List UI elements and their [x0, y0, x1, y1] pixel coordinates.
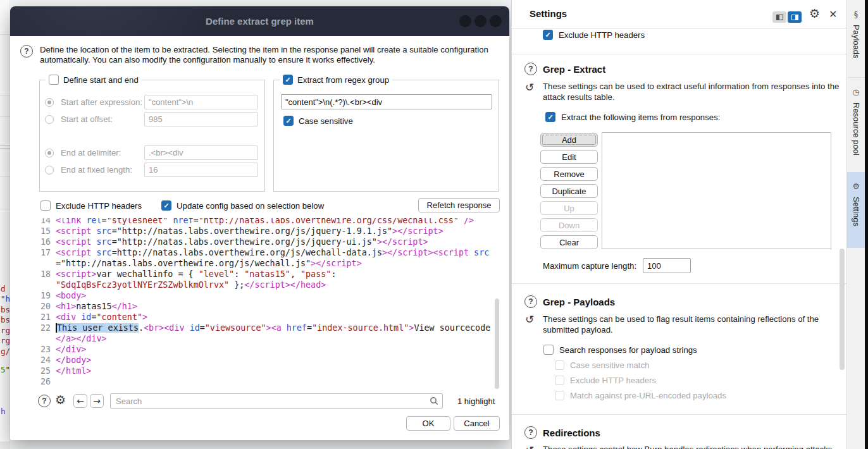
window-button[interactable]	[474, 15, 487, 27]
start-end-row: Start at offset:	[40, 112, 264, 126]
grep-extract-title: Grep - Extract	[543, 64, 605, 75]
grep-extract-buttons: AddEditRemoveDuplicateUpDownClear	[540, 133, 598, 249]
help-icon[interactable]: ?	[524, 63, 537, 75]
code-line: 16<script src="http://natas.labs.overthe…	[39, 237, 500, 247]
search-payload-strings-checkbox[interactable]	[543, 345, 554, 355]
code-line: 14<link rel="stylesheet" href="http://na…	[39, 218, 500, 226]
start-end-row-label: Start at offset:	[61, 114, 113, 124]
define-start-end-checkbox[interactable]	[49, 75, 59, 85]
dialog-title: Define extract grep item	[206, 16, 314, 27]
code-line: 21<div id="content">	[39, 312, 500, 323]
settings-exclude-http-checkbox[interactable]	[543, 30, 553, 40]
case-sensitive-checkbox[interactable]	[283, 116, 294, 126]
response-editor[interactable]: 14<link rel="stylesheet" href="http://na…	[39, 218, 500, 390]
code-scrollbar-thumb[interactable]	[495, 298, 499, 389]
side-tab-payloads[interactable]: §Payloads	[847, 0, 865, 77]
background-row-divider	[0, 145, 10, 146]
checkbox[interactable]	[555, 391, 564, 400]
code-line: ="http://natas.labs.overthewire.org/js/w…	[39, 258, 500, 269]
case-sensitive-label: Case sensitive	[299, 116, 353, 126]
side-tab-resource-pool[interactable]: ◷Resource pool	[847, 77, 865, 172]
max-capture-label: Maximum capture length:	[543, 261, 636, 271]
background-row-divider	[0, 34, 10, 35]
regex-input[interactable]	[281, 94, 492, 109]
help-icon[interactable]: ?	[524, 426, 537, 439]
checkbox[interactable]	[555, 360, 564, 370]
previous-match-button[interactable]: ←	[73, 394, 87, 408]
gear-icon: ⚙	[852, 181, 860, 191]
exclude-http-headers-label: Exclude HTTP headers	[56, 201, 142, 211]
dock-right-toggle[interactable]	[788, 11, 802, 23]
code-line: 17<script src=http://natas.labs.overthew…	[39, 247, 500, 258]
code-scrollbar[interactable]	[495, 218, 499, 390]
search-input[interactable]	[110, 393, 443, 409]
background-text-fragment: rg	[1, 336, 10, 345]
code-line: 23</div>	[39, 344, 500, 355]
background-window	[0, 0, 10, 449]
settings-exclude-http-label: Exclude HTTP headers	[559, 30, 645, 40]
editor-search-bar: ? ⚙ ← → 1 highlight	[10, 393, 509, 410]
gear-icon[interactable]: ⚙	[55, 393, 66, 407]
background-text-fragment: h	[1, 407, 6, 416]
radio-button[interactable]	[45, 149, 54, 157]
help-icon[interactable]: ?	[38, 395, 51, 407]
next-match-button[interactable]: →	[90, 394, 104, 408]
close-icon[interactable]: ✕	[829, 8, 837, 20]
restore-defaults-icon[interactable]: ↺	[525, 314, 534, 325]
up-button[interactable]: Up	[540, 201, 598, 215]
radio-button[interactable]	[45, 98, 54, 107]
checkbox[interactable]	[555, 376, 564, 385]
side-tab-settings[interactable]: ⚙Settings	[847, 172, 865, 248]
help-icon[interactable]: ?	[20, 45, 33, 58]
start-end-input[interactable]	[144, 112, 258, 126]
code-line: 26	[39, 376, 500, 387]
radio-button[interactable]	[45, 115, 54, 124]
code-line: 20<h1>natas15</h1>	[39, 301, 500, 312]
side-tab-label: Resource pool	[852, 102, 861, 156]
cancel-button[interactable]: Cancel	[454, 416, 500, 431]
extract-regex-checkbox[interactable]	[283, 75, 293, 85]
clear-button[interactable]: Clear	[540, 235, 598, 249]
settings-scrollbar-thumb[interactable]	[840, 249, 845, 370]
screen-edge	[865, 0, 868, 449]
side-tab-strip: §Payloads◷Resource pool⚙Settings	[846, 0, 865, 449]
update-config-checkbox[interactable]	[161, 200, 171, 211]
start-end-input[interactable]	[144, 145, 258, 160]
add-button[interactable]: Add	[540, 133, 598, 147]
restore-defaults-icon[interactable]: ↺	[525, 82, 534, 93]
code-line: 24</body>	[39, 355, 500, 366]
dialog-help-row: ? Define the location of the item to be …	[20, 45, 495, 65]
extract-items-list[interactable]	[602, 132, 831, 249]
extract-items-checkbox[interactable]	[545, 112, 555, 122]
background-row-divider	[0, 209, 10, 209]
start-end-input[interactable]	[144, 95, 258, 109]
remove-button[interactable]: Remove	[540, 167, 598, 181]
radio-button[interactable]	[45, 166, 54, 175]
update-config-label: Update config based on selection below	[177, 201, 324, 211]
gear-icon[interactable]: ⚙	[809, 6, 820, 20]
restore-defaults-icon[interactable]: ↺	[525, 445, 534, 449]
dock-left-toggle[interactable]	[772, 11, 786, 23]
dialog-titlebar[interactable]: Define extract grep item	[10, 6, 509, 36]
start-end-row: End at delimiter:	[40, 145, 264, 160]
background-text-fragment: bs	[1, 305, 10, 314]
exclude-http-headers-checkbox[interactable]	[40, 200, 51, 211]
side-tab-label: Settings	[852, 197, 861, 226]
max-capture-input[interactable]	[643, 258, 691, 273]
background-row-divider	[0, 95, 10, 95]
payload-sub-option-label: Case sensitive match	[570, 360, 649, 370]
code-line: 19<body>	[39, 290, 500, 301]
edit-button[interactable]: Edit	[540, 150, 598, 164]
start-end-row: Start after expression:	[40, 95, 264, 109]
window-button[interactable]	[490, 15, 502, 27]
code-line: 25</html>	[39, 366, 500, 376]
duplicate-button[interactable]: Duplicate	[540, 184, 598, 198]
down-button[interactable]: Down	[540, 218, 598, 232]
help-icon[interactable]: ?	[524, 295, 537, 308]
ok-button[interactable]: OK	[406, 416, 450, 431]
background-text-fragment: rg	[1, 326, 10, 335]
start-end-row: End at fixed length:	[40, 163, 264, 177]
start-end-input[interactable]	[144, 163, 258, 177]
window-button[interactable]	[459, 15, 471, 27]
refetch-response-button[interactable]: Refetch response	[418, 198, 500, 212]
